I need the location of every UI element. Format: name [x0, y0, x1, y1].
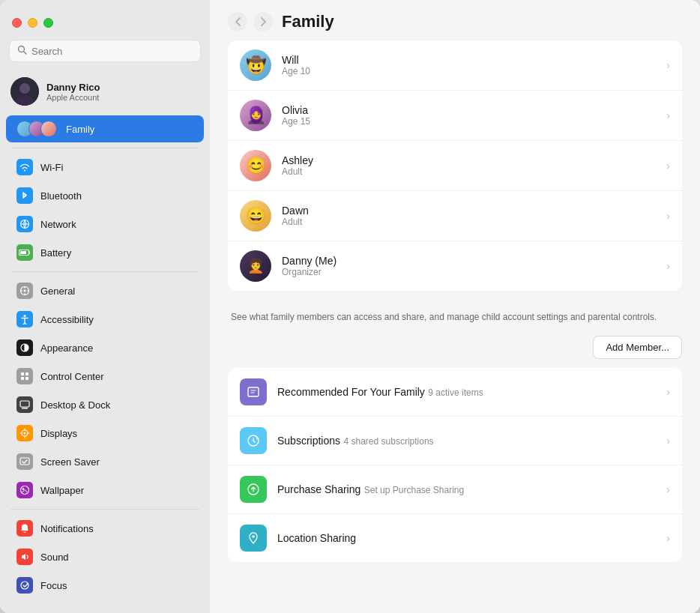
chevron-right-icon: ›	[666, 59, 670, 71]
family-member-row[interactable]: 😄 Dawn Adult ›	[228, 191, 682, 241]
feature-title-purchase-sharing: Purchase Sharing	[277, 483, 360, 495]
sidebar-item-label-displays: Displays	[40, 428, 77, 439]
purchase-sharing-icon	[240, 476, 267, 503]
sidebar-item-displays[interactable]: Displays	[6, 420, 204, 447]
wifi-icon	[16, 159, 33, 175]
feature-list: Recommended For Your Family 9 active ite…	[228, 368, 682, 562]
svg-rect-8	[20, 251, 26, 254]
minimize-button[interactable]	[28, 18, 37, 28]
svg-point-11	[24, 287, 25, 289]
account-section[interactable]: Danny Rico Apple Account	[0, 71, 210, 112]
feature-row-subscriptions[interactable]: Subscriptions 4 shared subscriptions ›	[228, 417, 682, 465]
member-role-danny: Organizer	[282, 267, 656, 277]
chevron-right-icon: ›	[666, 160, 670, 172]
sidebar-divider-3	[10, 509, 199, 510]
sidebar-item-screen-saver[interactable]: Screen Saver	[6, 448, 204, 475]
sidebar-item-notifications[interactable]: Notifications	[6, 515, 204, 542]
app-window: Danny Rico Apple Account Family	[0, 0, 700, 613]
recommended-icon	[240, 378, 267, 405]
chevron-right-icon: ›	[666, 435, 670, 447]
svg-rect-28	[248, 387, 259, 396]
maximize-button[interactable]	[43, 18, 53, 28]
feature-title-subscriptions: Subscriptions	[277, 435, 340, 447]
subscriptions-icon	[240, 427, 267, 454]
sidebar-item-bluetooth[interactable]: Bluetooth	[6, 182, 204, 209]
member-name-will: Will	[282, 54, 656, 66]
svg-point-30	[252, 535, 255, 538]
sidebar-item-sound[interactable]: Sound	[6, 543, 204, 570]
feature-row-location-sharing[interactable]: Location Sharing ›	[228, 514, 682, 562]
member-role-dawn: Adult	[282, 217, 656, 227]
sidebar-item-desktop-dock[interactable]: Desktop & Dock	[6, 391, 204, 418]
svg-point-13	[21, 290, 22, 292]
family-member-row[interactable]: 🧑‍🦱 Danny (Me) Organizer ›	[228, 241, 682, 291]
svg-point-14	[28, 290, 29, 292]
member-name-dawn: Dawn	[282, 205, 656, 217]
focus-icon	[16, 577, 33, 594]
feature-subtitle-recommended: 9 active items	[428, 387, 483, 398]
chevron-right-icon: ›	[666, 532, 670, 544]
member-avatar-ashley: 😊	[240, 150, 271, 181]
general-icon	[16, 283, 33, 299]
main-content: Family 🤠 Will Age 10 › 🧕	[210, 0, 700, 613]
add-member-row: Add Member...	[228, 327, 682, 368]
member-avatar-danny: 🧑‍🦱	[240, 250, 271, 282]
svg-rect-21	[20, 401, 29, 407]
battery-icon	[16, 244, 33, 261]
screen-saver-icon	[16, 453, 33, 470]
search-input[interactable]	[31, 46, 193, 57]
location-sharing-icon	[240, 525, 267, 552]
member-avatar-dawn: 😄	[240, 200, 271, 232]
sidebar-item-battery[interactable]: Battery	[6, 239, 204, 266]
sidebar-item-label-focus: Focus	[40, 580, 67, 591]
sidebar-item-label-bluetooth: Bluetooth	[40, 190, 82, 202]
feature-row-recommended[interactable]: Recommended For Your Family 9 active ite…	[228, 368, 682, 417]
page-title: Family	[282, 12, 334, 31]
sidebar-item-label-wallpaper: Wallpaper	[40, 485, 84, 496]
displays-icon	[16, 425, 33, 441]
family-member-row[interactable]: 😊 Ashley Adult ›	[228, 141, 682, 191]
feature-row-purchase-sharing[interactable]: Purchase Sharing Set up Purchase Sharing…	[228, 465, 682, 514]
network-icon	[16, 216, 33, 232]
svg-line-1	[24, 52, 26, 54]
search-bar[interactable]	[9, 40, 201, 62]
sidebar: Danny Rico Apple Account Family	[0, 0, 210, 613]
family-member-row[interactable]: 🤠 Will Age 10 ›	[228, 40, 682, 91]
family-description: See what family members can access and s…	[228, 303, 682, 327]
bluetooth-icon	[16, 187, 33, 204]
sidebar-item-wallpaper[interactable]: Wallpaper	[6, 477, 204, 504]
sidebar-item-network[interactable]: Network	[6, 211, 204, 238]
forward-button[interactable]	[253, 12, 273, 31]
sidebar-item-accessibility[interactable]: Accessibility	[6, 306, 204, 333]
account-name: Danny Rico	[46, 82, 100, 93]
desktop-dock-icon	[16, 396, 33, 413]
sidebar-item-appearance[interactable]: Appearance	[6, 334, 204, 361]
family-avatars-icon	[16, 121, 57, 137]
sidebar-item-focus[interactable]: Focus	[6, 572, 204, 599]
sidebar-item-control-center[interactable]: Control Center	[6, 363, 204, 390]
back-button[interactable]	[228, 12, 247, 31]
chevron-right-icon: ›	[666, 483, 670, 495]
account-subtitle: Apple Account	[46, 93, 100, 102]
svg-point-10	[24, 290, 26, 292]
control-center-icon	[16, 368, 33, 384]
sidebar-item-wifi[interactable]: Wi-Fi	[6, 154, 204, 181]
add-member-button[interactable]: Add Member...	[593, 336, 682, 359]
appearance-icon	[16, 339, 33, 356]
sidebar-item-label-accessibility: Accessibility	[40, 314, 94, 325]
close-button[interactable]	[12, 18, 22, 28]
sidebar-divider-2	[10, 271, 199, 272]
chevron-right-icon: ›	[666, 386, 670, 398]
member-role-ashley: Adult	[282, 166, 656, 177]
sidebar-item-label-screen-saver: Screen Saver	[40, 456, 100, 468]
main-scroll: 🤠 Will Age 10 › 🧕 Olivia Age 15	[210, 40, 700, 613]
chevron-right-icon: ›	[666, 210, 670, 222]
svg-rect-19	[21, 377, 24, 380]
sidebar-item-general[interactable]: General	[6, 277, 204, 304]
member-name-olivia: Olivia	[282, 104, 656, 116]
svg-point-3	[19, 83, 30, 94]
sidebar-item-label-sound: Sound	[40, 552, 69, 563]
sidebar-item-family[interactable]: Family	[6, 115, 204, 142]
chevron-right-icon: ›	[666, 260, 670, 272]
family-member-row[interactable]: 🧕 Olivia Age 15 ›	[228, 91, 682, 141]
